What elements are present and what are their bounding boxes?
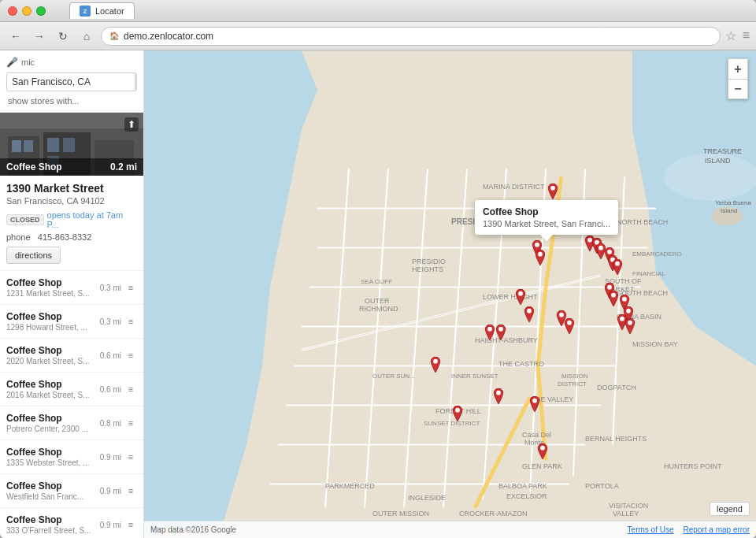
close-button[interactable] xyxy=(8,6,17,16)
svg-point-106 xyxy=(607,285,612,290)
map-pin[interactable] xyxy=(513,289,528,305)
svg-text:BERNAL HEIGHTS: BERNAL HEIGHTS xyxy=(585,435,647,443)
svg-text:OUTER SUN...: OUTER SUN... xyxy=(372,373,415,380)
phone-number[interactable]: 415-863-8332 xyxy=(38,232,92,242)
report-map-error-link[interactable]: Report a map error xyxy=(684,525,750,534)
minimize-button[interactable] xyxy=(22,6,32,16)
svg-text:PORTOLA: PORTOLA xyxy=(585,482,619,490)
map-pin[interactable] xyxy=(491,388,506,404)
tab-title: Locator xyxy=(95,6,124,16)
sidebar: 🎤 mic 🔍 show stores with... xyxy=(0,50,144,538)
featured-store-distance: 0.2 mi xyxy=(110,161,137,173)
store-list-addr: Westfield San Franc... xyxy=(6,492,100,501)
traffic-lights xyxy=(8,6,46,16)
svg-text:Island: Island xyxy=(721,207,737,214)
back-button[interactable]: ← xyxy=(6,27,25,46)
browser-tab[interactable]: Z Locator xyxy=(69,2,135,19)
store-list-item[interactable]: Coffee Shop 2016 Market Street, S... 0.6… xyxy=(0,373,143,406)
store-list-info: Coffee Shop 1298 Howard Street, ... xyxy=(6,311,100,332)
store-details: 1390 Market Street San Francisco, CA 941… xyxy=(0,176,143,270)
upload-icon[interactable]: ⬆ xyxy=(124,117,139,132)
map-controls: + − xyxy=(728,58,748,99)
store-list-dist: 0.9 mi xyxy=(100,521,121,529)
map-pin[interactable] xyxy=(561,318,577,334)
map-attribution: Map data ©2016 Google xyxy=(150,525,236,534)
store-list-item[interactable]: Coffee Shop 2020 Market Street, S... 0.6… xyxy=(0,339,143,373)
svg-text:Yerba Buena: Yerba Buena xyxy=(715,199,752,206)
svg-rect-6 xyxy=(24,140,33,152)
store-list-info: Coffee Shop 1231 Market Street, S... xyxy=(6,277,100,298)
map-pin[interactable] xyxy=(493,325,509,340)
svg-point-111 xyxy=(628,321,632,325)
store-list-item[interactable]: Coffee Shop 1298 Howard Street, ... 0.3 … xyxy=(0,305,143,339)
home-button[interactable]: ⌂ xyxy=(77,27,96,46)
zoom-in-button[interactable]: + xyxy=(728,58,748,79)
store-list-dist: 0.6 mi xyxy=(100,351,121,360)
store-list-name: Coffee Shop xyxy=(6,413,100,424)
search-bar: 🎤 mic 🔍 show stores with... xyxy=(0,50,143,113)
map-pin[interactable] xyxy=(545,184,561,199)
svg-text:BALBOA PARK: BALBOA PARK xyxy=(498,482,547,490)
store-list-item[interactable]: Coffee Shop 1335 Webster Street, ... 0.9… xyxy=(0,440,143,474)
svg-point-108 xyxy=(622,297,627,302)
svg-text:HEIGHTS: HEIGHTS xyxy=(412,265,443,273)
directions-button[interactable]: directions xyxy=(6,247,61,264)
store-list-item[interactable]: Coffee Shop Potrero Center, 2300 ... 0.8… xyxy=(0,406,143,440)
svg-text:MARINA DISTRICT: MARINA DISTRICT xyxy=(483,183,545,191)
nav-icons: ☆ ≡ xyxy=(725,28,750,43)
status-text: opens today at 7am P... xyxy=(47,210,137,229)
show-stores-label: show stores with... xyxy=(6,96,137,106)
svg-point-113 xyxy=(496,391,501,395)
store-list-info: Coffee Shop 333 O'Farrell Street, S... xyxy=(6,514,100,535)
store-list-item[interactable]: Coffee Shop 333 O'Farrell Street, S... 0… xyxy=(0,508,143,538)
terms-of-use-link[interactable]: Terms of Use xyxy=(628,525,674,534)
mic-icon: 🎤 xyxy=(6,57,18,68)
store-address-city: San Francisco, CA 94102 xyxy=(6,196,137,206)
legend-button[interactable]: legend xyxy=(710,502,750,516)
forward-button[interactable]: → xyxy=(30,27,49,46)
store-list-item[interactable]: Coffee Shop Westfield San Franc... 0.9 m… xyxy=(0,474,143,508)
map-area[interactable]: TREASURE ISLAND Yerba Buena Island xyxy=(144,50,756,538)
map-pin[interactable] xyxy=(450,406,465,421)
svg-text:INNER SUNSET: INNER SUNSET xyxy=(451,373,498,380)
store-list-dist: 0.3 mi xyxy=(100,284,121,292)
store-list-item[interactable]: Coffee Shop 1231 Market Street, S... 0.3… xyxy=(0,271,143,305)
address-bar[interactable]: 🏠 demo.zenlocator.com xyxy=(101,27,721,46)
map-pin[interactable] xyxy=(428,357,443,373)
store-list-dist: 0.6 mi xyxy=(100,385,121,394)
store-phone: phone 415-863-8332 xyxy=(6,232,137,242)
bookmark-icon[interactable]: ☆ xyxy=(725,28,736,43)
map-pin[interactable] xyxy=(622,318,638,334)
refresh-button[interactable]: ↻ xyxy=(54,27,72,46)
search-input[interactable] xyxy=(7,73,135,91)
search-input-row: 🔍 xyxy=(6,72,137,91)
svg-text:OUTER MISSION: OUTER MISSION xyxy=(372,510,429,518)
menu-icon[interactable]: ≡ xyxy=(743,28,750,43)
store-list-name: Coffee Shop xyxy=(6,447,100,458)
store-list-name: Coffee Shop xyxy=(6,277,100,288)
zoom-out-button[interactable]: − xyxy=(728,79,748,99)
svg-point-99 xyxy=(615,262,620,266)
map-pin[interactable] xyxy=(610,259,625,275)
map-pin[interactable] xyxy=(521,306,537,322)
store-list-addr: 333 O'Farrell Street, S... xyxy=(6,526,100,535)
map-pin[interactable] xyxy=(535,443,550,459)
store-list: Coffee Shop 1231 Market Street, S... 0.3… xyxy=(0,271,143,538)
address-lock-icon: 🏠 xyxy=(109,32,119,40)
search-button[interactable]: 🔍 xyxy=(135,73,137,91)
store-list-info: Coffee Shop 2016 Market Street, S... xyxy=(6,379,100,399)
svg-point-89 xyxy=(550,186,555,191)
svg-text:RICHMOND: RICHMOND xyxy=(359,305,398,313)
map-pin[interactable] xyxy=(532,250,548,265)
map-pin[interactable] xyxy=(527,396,543,412)
svg-point-103 xyxy=(527,309,532,314)
store-list-dist: 0.3 mi xyxy=(100,317,121,326)
store-image: ⬆ Coffee Shop 0.2 mi xyxy=(0,113,143,176)
svg-point-112 xyxy=(433,359,438,364)
maximize-button[interactable] xyxy=(36,6,46,16)
svg-point-114 xyxy=(455,408,460,413)
phone-label: phone xyxy=(6,232,31,242)
popup-address: 1390 Market Street, San Franci... xyxy=(483,219,610,228)
list-icon: ≡ xyxy=(124,518,137,531)
svg-text:VALLEY: VALLEY xyxy=(613,510,639,518)
